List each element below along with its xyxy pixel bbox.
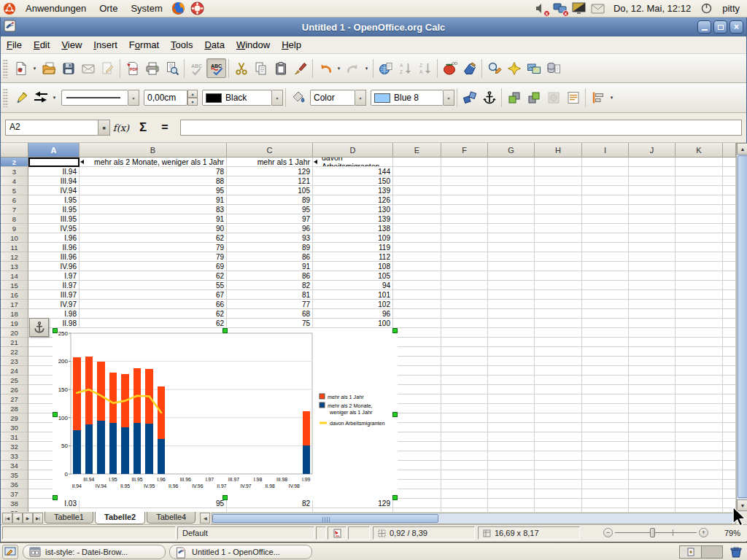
cell-B12[interactable]: 79 bbox=[80, 252, 227, 262]
cell-K35[interactable] bbox=[676, 470, 723, 480]
cell-partial-7[interactable] bbox=[723, 205, 736, 214]
cell-partial-31[interactable] bbox=[723, 432, 736, 442]
cell-H13[interactable] bbox=[535, 262, 582, 271]
cell-E20[interactable] bbox=[393, 328, 441, 338]
cell-partial-34[interactable] bbox=[723, 461, 736, 470]
cell-F35[interactable] bbox=[441, 470, 488, 480]
rotate-icon[interactable] bbox=[460, 88, 479, 108]
cell-F9[interactable] bbox=[441, 224, 488, 233]
cell-partial-37[interactable] bbox=[723, 489, 736, 499]
cell-I15[interactable] bbox=[582, 281, 629, 290]
cell-J11[interactable] bbox=[629, 243, 676, 252]
cell-E16[interactable] bbox=[393, 290, 441, 300]
system-menu[interactable]: System bbox=[124, 0, 169, 18]
cell-F38[interactable] bbox=[441, 499, 488, 508]
cell-K17[interactable] bbox=[676, 300, 723, 309]
workspace-switcher[interactable] bbox=[679, 545, 723, 559]
cell-E34[interactable] bbox=[393, 461, 441, 470]
cell-I21[interactable] bbox=[582, 338, 629, 347]
cell-I2[interactable] bbox=[582, 158, 629, 167]
cell-partial-28[interactable] bbox=[723, 404, 736, 413]
cell-G6[interactable] bbox=[488, 195, 535, 205]
cell-J27[interactable] bbox=[629, 394, 676, 404]
cell-G9[interactable] bbox=[488, 224, 535, 233]
cell-F36[interactable] bbox=[441, 480, 488, 489]
cell-partial-3[interactable] bbox=[723, 167, 736, 176]
cell-E5[interactable] bbox=[393, 186, 441, 195]
cell-H37[interactable] bbox=[535, 489, 582, 499]
cell-H2[interactable] bbox=[535, 158, 582, 167]
cell-E11[interactable] bbox=[393, 243, 441, 252]
cell-G5[interactable] bbox=[488, 186, 535, 195]
close-button[interactable]: × bbox=[729, 20, 743, 34]
cell-H22[interactable] bbox=[535, 347, 582, 357]
cell-J33[interactable] bbox=[629, 451, 676, 461]
cell-E31[interactable] bbox=[393, 432, 441, 442]
cell-D15[interactable]: 94 bbox=[313, 281, 393, 290]
to-foreground-icon[interactable] bbox=[543, 88, 563, 108]
cell-G14[interactable] bbox=[488, 271, 535, 281]
cell-K37[interactable] bbox=[676, 489, 723, 499]
cell-E6[interactable] bbox=[393, 195, 441, 205]
first-sheet-icon[interactable]: |◀ bbox=[2, 513, 12, 524]
cell-H4[interactable] bbox=[535, 176, 582, 186]
menu-tools[interactable]: Tools bbox=[165, 37, 198, 52]
cell-A13[interactable]: IV.96 bbox=[28, 262, 80, 271]
cell-E12[interactable] bbox=[393, 252, 441, 262]
cell-G37[interactable] bbox=[488, 489, 535, 499]
cell-I27[interactable] bbox=[582, 394, 629, 404]
cell-H6[interactable] bbox=[535, 195, 582, 205]
cell-E21[interactable] bbox=[393, 338, 441, 347]
cell-I18[interactable] bbox=[582, 309, 629, 319]
fill-style-combo[interactable]: Color bbox=[310, 90, 355, 106]
row-header-30[interactable]: 30 bbox=[1, 423, 28, 432]
cell-partial-20[interactable] bbox=[723, 328, 736, 338]
cell-G23[interactable] bbox=[488, 357, 535, 366]
cell-F10[interactable] bbox=[441, 233, 488, 243]
cell-G10[interactable] bbox=[488, 233, 535, 243]
cell-E29[interactable] bbox=[393, 413, 441, 423]
object-alignment-dropdown[interactable]: ▾ bbox=[608, 88, 616, 108]
cell-I30[interactable] bbox=[582, 423, 629, 432]
cell-C12[interactable]: 86 bbox=[227, 252, 313, 262]
cell-F2[interactable] bbox=[441, 158, 488, 167]
cell-G24[interactable] bbox=[488, 366, 535, 376]
cell-E7[interactable] bbox=[393, 205, 441, 214]
selection-handle[interactable] bbox=[392, 412, 398, 417]
cell-J28[interactable] bbox=[629, 404, 676, 413]
cell-H17[interactable] bbox=[535, 300, 582, 309]
cell-F17[interactable] bbox=[441, 300, 488, 309]
column-header-C[interactable]: C bbox=[227, 143, 313, 158]
sort-ascending-icon[interactable]: AZ bbox=[395, 58, 415, 78]
row-header-16[interactable]: 16 bbox=[1, 290, 28, 300]
cell-E25[interactable] bbox=[393, 376, 441, 385]
cell-F16[interactable] bbox=[441, 290, 488, 300]
cell-D13[interactable]: 108 bbox=[313, 262, 393, 271]
cell-F34[interactable] bbox=[441, 461, 488, 470]
titlebar[interactable]: Untitled 1 - OpenOffice.org Calc × bbox=[1, 18, 746, 36]
cell-J8[interactable] bbox=[629, 214, 676, 224]
cell-I3[interactable] bbox=[582, 167, 629, 176]
cell-B5[interactable]: 95 bbox=[80, 186, 227, 195]
volume-muted-icon[interactable]: x bbox=[534, 1, 549, 16]
row-header-18[interactable]: 18 bbox=[1, 309, 28, 319]
cell-partial-23[interactable] bbox=[723, 357, 736, 366]
cell-J29[interactable] bbox=[629, 413, 676, 423]
hyperlink-icon[interactable] bbox=[376, 58, 395, 78]
row-header-8[interactable]: 8 bbox=[1, 214, 28, 224]
menu-edit[interactable]: Edit bbox=[28, 37, 55, 52]
column-header-J[interactable]: J bbox=[629, 143, 676, 158]
selection-handle[interactable] bbox=[222, 495, 228, 500]
toolbar-grip[interactable] bbox=[3, 88, 8, 107]
cell-H9[interactable] bbox=[535, 224, 582, 233]
cell-G11[interactable] bbox=[488, 243, 535, 252]
embedded-chart-object[interactable]: 050100150200250II.94III.94IV.94I.95II.95… bbox=[53, 328, 398, 500]
cell-J10[interactable] bbox=[629, 233, 676, 243]
cell-partial-8[interactable] bbox=[723, 214, 736, 224]
cell-K19[interactable] bbox=[676, 319, 723, 328]
cell-partial-6[interactable] bbox=[723, 195, 736, 205]
cell-K20[interactable] bbox=[676, 328, 723, 338]
cell-E37[interactable] bbox=[393, 489, 441, 499]
cell-partial-35[interactable] bbox=[723, 470, 736, 480]
cell-D10[interactable]: 109 bbox=[313, 233, 393, 243]
